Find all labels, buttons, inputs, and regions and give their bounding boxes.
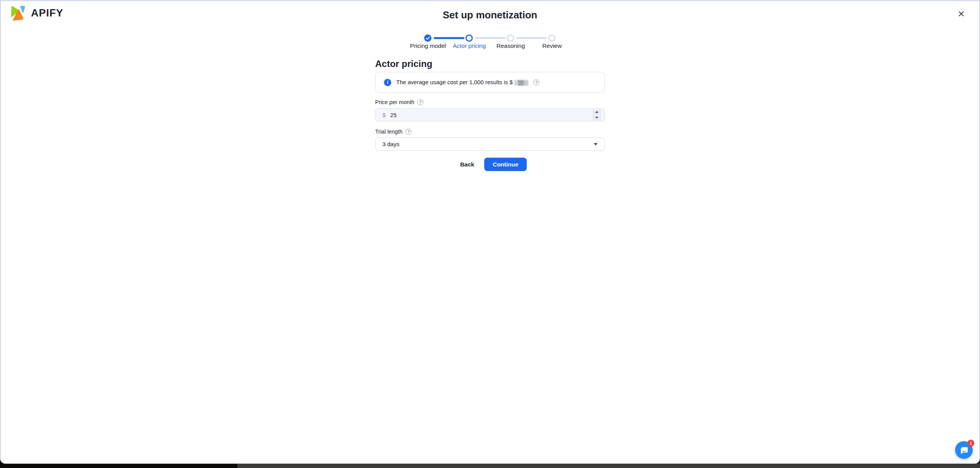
close-icon: ×	[958, 7, 965, 20]
average-cost-info-banner: i The average usage cost per 1,000 resul…	[375, 72, 605, 93]
trial-help-icon[interactable]: ?	[405, 129, 412, 135]
chevron-down-icon	[594, 143, 598, 145]
chat-bubble-icon	[959, 445, 969, 455]
currency-symbol: $	[382, 112, 385, 118]
back-button[interactable]: Back	[456, 161, 478, 168]
redacted-value	[514, 80, 528, 86]
trial-length-select[interactable]: 3 days	[375, 137, 605, 151]
monetization-modal: APIFY Set up monetization × Pricing mode…	[0, 0, 980, 464]
arrow-up-icon	[595, 111, 598, 113]
continue-button[interactable]: Continue	[484, 158, 527, 171]
decrement-button[interactable]	[592, 115, 601, 120]
average-cost-text: The average usage cost per 1,000 results…	[396, 79, 528, 86]
close-button[interactable]: ×	[954, 7, 969, 21]
chat-unread-badge: 1	[967, 440, 974, 447]
price-input[interactable]	[390, 112, 592, 118]
increment-button[interactable]	[592, 109, 601, 114]
price-help-icon[interactable]: ?	[417, 99, 423, 105]
price-input-container: $	[375, 108, 605, 121]
average-cost-help-icon[interactable]: ?	[533, 79, 539, 85]
desktop-background-strip-right	[237, 463, 980, 468]
form-heading: Actor pricing	[375, 59, 432, 69]
trial-length-selected-value: 3 days	[382, 141, 594, 147]
price-stepper	[592, 109, 601, 120]
chat-launcher-button[interactable]: 1	[955, 441, 973, 459]
form-content: Actor pricing i The average usage cost p…	[375, 1, 605, 463]
wizard-buttons: Back Continue	[375, 158, 605, 171]
info-icon: i	[384, 79, 391, 86]
price-per-month-label: Price per month ?	[375, 99, 423, 105]
desktop-background-strip	[0, 463, 980, 468]
trial-length-label: Trial length ?	[375, 129, 412, 135]
arrow-down-icon	[595, 117, 598, 119]
